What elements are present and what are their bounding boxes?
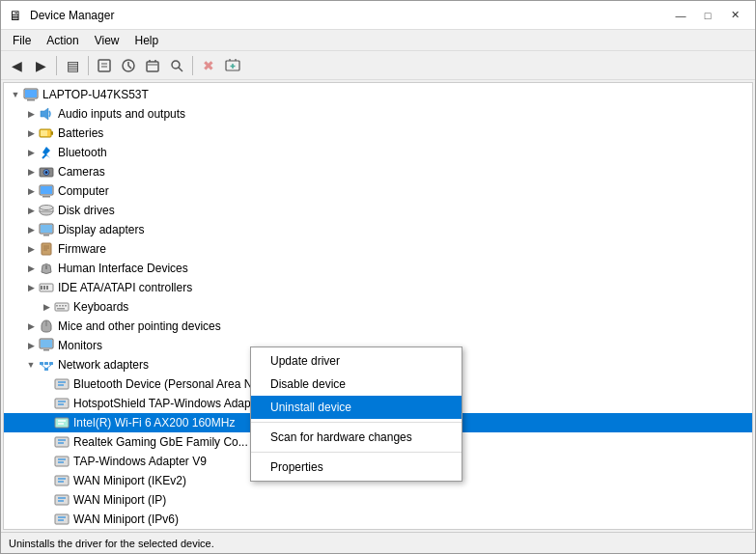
monitor-icon <box>39 338 54 353</box>
net-rt-label: Realtek Gaming GbE Family Co... <box>73 435 248 449</box>
ctx-scan-hardware[interactable]: Scan for hardware changes <box>251 426 462 449</box>
cameras-expander[interactable]: ▶ <box>23 164 39 180</box>
svg-rect-36 <box>42 243 51 255</box>
toolbar-sep-1 <box>56 56 57 75</box>
keyboard-icon <box>54 299 70 315</box>
svg-point-26 <box>45 171 48 174</box>
disk-expander[interactable]: ▶ <box>23 203 39 218</box>
net-device-icon-1 <box>54 376 70 392</box>
computer-cat-icon <box>39 183 54 199</box>
toolbar-properties[interactable] <box>93 54 116 77</box>
svg-rect-61 <box>55 379 69 389</box>
monitors-expander[interactable]: ▶ <box>23 338 39 353</box>
device-tree[interactable]: ▼ LAPTOP-U47KS53T ▶ Audio inputs and out… <box>3 82 753 530</box>
menu-view[interactable]: View <box>87 32 127 49</box>
net-device-icon-6 <box>54 473 70 488</box>
root-expander[interactable]: ▼ <box>8 87 23 102</box>
menu-bar: File Action View Help <box>1 30 755 51</box>
svg-rect-50 <box>57 308 65 310</box>
svg-rect-70 <box>55 437 69 447</box>
net-ikev2-label: WAN Miniport (IKEv2) <box>73 474 186 487</box>
ide-icon <box>39 280 54 295</box>
cat-computer[interactable]: ▶ Computer <box>4 181 752 201</box>
cat-audio[interactable]: ▶ Audio inputs and outputs <box>4 104 752 124</box>
cat-batteries[interactable]: ▶ Batteries <box>4 124 752 143</box>
cat-display[interactable]: ▶ Display adapters <box>4 220 752 239</box>
toolbar-forward[interactable]: ▶ <box>29 54 52 77</box>
minimize-button[interactable]: — <box>668 6 693 25</box>
cat-bluetooth[interactable]: ▶ Bluetooth <box>4 143 752 162</box>
net-device-icon-3 <box>54 415 70 430</box>
network-expander[interactable]: ▼ <box>23 357 39 373</box>
ctx-properties[interactable]: Properties <box>251 456 462 479</box>
hid-expander[interactable]: ▶ <box>23 261 39 276</box>
mice-expander[interactable]: ▶ <box>23 319 39 334</box>
svg-rect-47 <box>59 305 61 307</box>
toolbar-sep-2 <box>88 56 89 75</box>
toolbar-remove[interactable]: ✖ <box>197 54 220 77</box>
menu-file[interactable]: File <box>5 32 39 49</box>
svg-rect-46 <box>56 305 58 307</box>
audio-label: Audio inputs and outputs <box>58 107 185 121</box>
toolbar-uninstall[interactable] <box>141 54 164 77</box>
toolbar-sep-3 <box>192 56 193 75</box>
net-wan-l2tp[interactable]: ▶ WAN Miniport (L2TP) <box>4 529 752 530</box>
svg-rect-21 <box>41 130 47 136</box>
cat-keyboards[interactable]: ▶ Keyboards <box>4 297 752 317</box>
computer-expander[interactable]: ▶ <box>23 183 39 199</box>
maximize-button[interactable]: □ <box>695 6 720 25</box>
ctx-disable-device[interactable]: Disable device <box>251 373 462 396</box>
display-expander[interactable]: ▶ <box>23 222 39 237</box>
svg-rect-57 <box>49 362 53 365</box>
batteries-label: Batteries <box>58 126 103 140</box>
hid-icon <box>39 261 54 276</box>
cat-disk[interactable]: ▶ Disk drives <box>4 201 752 220</box>
ctx-update-driver[interactable]: Update driver <box>251 349 462 373</box>
bluetooth-expander[interactable]: ▶ <box>23 145 39 160</box>
menu-help[interactable]: Help <box>127 32 167 49</box>
svg-rect-53 <box>41 340 52 347</box>
monitors-label: Monitors <box>58 339 102 352</box>
title-bar: 🖥 Device Manager — □ ✕ <box>1 1 755 30</box>
cat-mice[interactable]: ▶ Mice and other pointing devices <box>4 317 752 336</box>
root-label: LAPTOP-U47KS53T <box>42 88 149 101</box>
net-device-icon-2 <box>54 396 70 411</box>
main-content: ▼ LAPTOP-U47KS53T ▶ Audio inputs and out… <box>1 80 755 532</box>
svg-rect-4 <box>147 62 158 71</box>
svg-rect-28 <box>41 186 52 194</box>
toolbar: ◀ ▶ ▤ ✖ <box>1 51 755 80</box>
firmware-expander[interactable]: ▶ <box>23 241 39 257</box>
svg-rect-17 <box>25 90 37 97</box>
cat-hid[interactable]: ▶ Human Interface Devices <box>4 259 752 278</box>
firmware-icon <box>39 241 54 257</box>
tree-root[interactable]: ▼ LAPTOP-U47KS53T <box>4 85 752 104</box>
toolbar-back[interactable]: ◀ <box>5 54 28 77</box>
net-device-icon-7 <box>54 492 70 508</box>
device-manager-window: 🖥 Device Manager — □ ✕ File Action View … <box>0 0 756 554</box>
net-wan-ipv6[interactable]: ▶ WAN Miniport (IPv6) <box>4 510 752 529</box>
batteries-expander[interactable]: ▶ <box>23 125 39 141</box>
toolbar-scan[interactable] <box>165 54 188 77</box>
menu-action[interactable]: Action <box>39 32 86 49</box>
cameras-icon <box>39 164 54 180</box>
ctx-uninstall-device[interactable]: Uninstall device <box>251 396 462 419</box>
bluetooth-label: Bluetooth <box>58 146 107 159</box>
network-icon <box>39 357 54 373</box>
svg-rect-67 <box>55 418 69 428</box>
mice-label: Mice and other pointing devices <box>58 319 221 333</box>
cameras-label: Cameras <box>58 165 105 179</box>
svg-rect-16 <box>27 99 35 101</box>
audio-expander[interactable]: ▶ <box>23 106 39 122</box>
cat-firmware[interactable]: ▶ Firmware <box>4 239 752 259</box>
keyboards-expander[interactable]: ▶ <box>39 299 54 315</box>
window-title: Device Manager <box>30 9 114 22</box>
cat-cameras[interactable]: ▶ Cameras <box>4 162 752 181</box>
toolbar-add[interactable] <box>221 54 244 77</box>
ide-expander[interactable]: ▶ <box>23 280 39 295</box>
net-device-icon-4 <box>54 434 70 450</box>
net-wan-ip[interactable]: ▶ WAN Miniport (IP) <box>4 490 752 510</box>
toolbar-show-hide[interactable]: ▤ <box>61 54 84 77</box>
close-button[interactable]: ✕ <box>722 6 747 25</box>
toolbar-update-driver[interactable] <box>117 54 140 77</box>
cat-ide[interactable]: ▶ IDE ATA/ATAPI controllers <box>4 278 752 297</box>
